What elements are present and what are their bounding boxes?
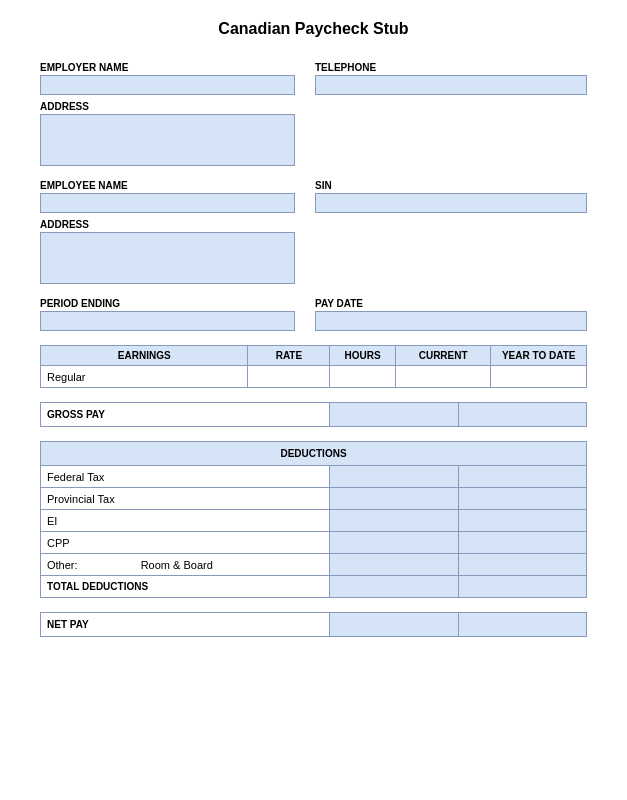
provincial-tax-current[interactable] bbox=[330, 488, 458, 510]
ei-ytd[interactable] bbox=[458, 510, 586, 532]
gross-pay-label: GROSS PAY bbox=[41, 403, 330, 427]
gross-pay-ytd-value[interactable] bbox=[458, 403, 586, 427]
employee-address-label: ADDRESS bbox=[40, 219, 295, 230]
pay-date-label: PAY DATE bbox=[315, 298, 587, 309]
other-current[interactable] bbox=[330, 554, 458, 576]
employer-address-input[interactable] bbox=[40, 114, 295, 166]
other-value-label: Room & Board bbox=[141, 559, 213, 571]
net-pay-row: NET PAY bbox=[41, 613, 587, 637]
gross-pay-row: GROSS PAY bbox=[41, 403, 587, 427]
ei-row: EI bbox=[41, 510, 587, 532]
provincial-tax-row: Provincial Tax bbox=[41, 488, 587, 510]
gross-pay-current-value[interactable] bbox=[330, 403, 458, 427]
other-prefix: Other: bbox=[47, 559, 78, 571]
table-row: Regular bbox=[41, 366, 587, 388]
col-rate: RATE bbox=[248, 346, 330, 366]
federal-tax-ytd[interactable] bbox=[458, 466, 586, 488]
col-current: CURRENT bbox=[395, 346, 491, 366]
other-ytd[interactable] bbox=[458, 554, 586, 576]
other-label: Other: Room & Board bbox=[41, 554, 330, 576]
earnings-hours-cell[interactable] bbox=[330, 366, 396, 388]
employee-name-input[interactable] bbox=[40, 193, 295, 213]
cpp-label: CPP bbox=[41, 532, 330, 554]
ei-current[interactable] bbox=[330, 510, 458, 532]
col-hours: HOURS bbox=[330, 346, 396, 366]
earnings-regular-label: Regular bbox=[41, 366, 248, 388]
period-ending-input[interactable] bbox=[40, 311, 295, 331]
cpp-current[interactable] bbox=[330, 532, 458, 554]
col-earnings: EARNINGS bbox=[41, 346, 248, 366]
employer-name-label: EMPLOYER NAME bbox=[40, 62, 295, 73]
deductions-header-row: DEDUCTIONS bbox=[41, 442, 587, 466]
net-pay-current[interactable] bbox=[330, 613, 458, 637]
federal-tax-label: Federal Tax bbox=[41, 466, 330, 488]
cpp-row: CPP bbox=[41, 532, 587, 554]
federal-tax-row: Federal Tax bbox=[41, 466, 587, 488]
cpp-ytd[interactable] bbox=[458, 532, 586, 554]
total-deductions-label: TOTAL DEDUCTIONS bbox=[41, 576, 330, 598]
earnings-rate-cell[interactable] bbox=[248, 366, 330, 388]
earnings-ytd-cell[interactable] bbox=[491, 366, 587, 388]
sin-input[interactable] bbox=[315, 193, 587, 213]
employer-name-input[interactable] bbox=[40, 75, 295, 95]
telephone-label: TELEPHONE bbox=[315, 62, 587, 73]
net-pay-ytd[interactable] bbox=[458, 613, 586, 637]
deductions-table: DEDUCTIONS Federal Tax Provincial Tax EI… bbox=[40, 441, 587, 598]
period-ending-label: PERIOD ENDING bbox=[40, 298, 295, 309]
provincial-tax-label: Provincial Tax bbox=[41, 488, 330, 510]
deductions-header: DEDUCTIONS bbox=[41, 442, 587, 466]
total-deductions-row: TOTAL DEDUCTIONS bbox=[41, 576, 587, 598]
net-pay-table: NET PAY bbox=[40, 612, 587, 637]
federal-tax-current[interactable] bbox=[330, 466, 458, 488]
earnings-current-cell[interactable] bbox=[395, 366, 491, 388]
total-deductions-ytd[interactable] bbox=[458, 576, 586, 598]
total-deductions-current[interactable] bbox=[330, 576, 458, 598]
net-pay-label: NET PAY bbox=[41, 613, 330, 637]
col-ytd: YEAR TO DATE bbox=[491, 346, 587, 366]
employer-address-label: ADDRESS bbox=[40, 101, 295, 112]
employee-address-input[interactable] bbox=[40, 232, 295, 284]
other-row: Other: Room & Board bbox=[41, 554, 587, 576]
page-title: Canadian Paycheck Stub bbox=[40, 20, 587, 38]
ei-label: EI bbox=[41, 510, 330, 532]
earnings-table: EARNINGS RATE HOURS CURRENT YEAR TO DATE… bbox=[40, 345, 587, 388]
pay-date-input[interactable] bbox=[315, 311, 587, 331]
gross-pay-table: GROSS PAY bbox=[40, 402, 587, 427]
sin-label: SIN bbox=[315, 180, 587, 191]
employee-name-label: EMPLOYEE NAME bbox=[40, 180, 295, 191]
telephone-input[interactable] bbox=[315, 75, 587, 95]
provincial-tax-ytd[interactable] bbox=[458, 488, 586, 510]
